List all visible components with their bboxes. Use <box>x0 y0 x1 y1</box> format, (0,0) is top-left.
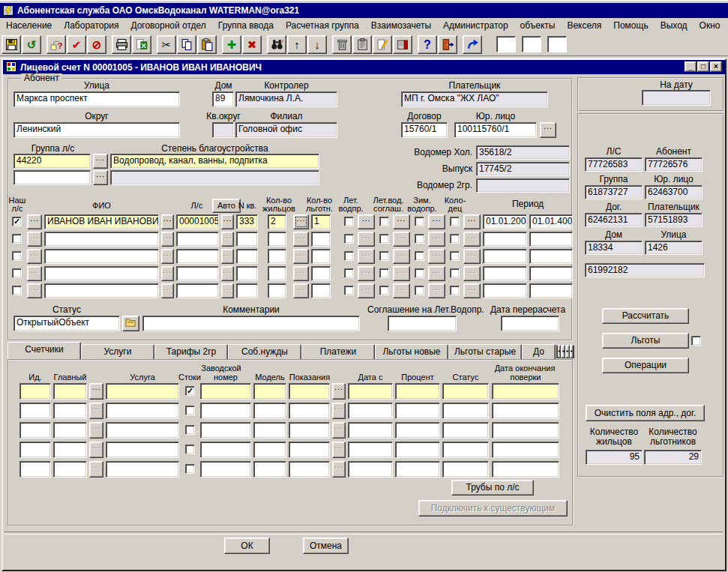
meter-model-field[interactable] <box>253 442 286 458</box>
toolbar-box-3[interactable] <box>547 36 567 52</box>
our-ls-checkbox[interactable]: ✓ <box>12 217 22 226</box>
copy-button[interactable] <box>177 35 196 54</box>
let-soglash-lookup-button[interactable]: ... <box>393 214 410 229</box>
our-ls-checkbox[interactable] <box>12 234 22 244</box>
comments-field[interactable] <box>142 316 360 331</box>
meter-number-field[interactable] <box>200 442 251 458</box>
paste-button[interactable] <box>197 35 217 54</box>
let-vodpr-checkbox[interactable] <box>344 268 354 278</box>
meter-readings-field[interactable] <box>289 383 330 400</box>
residents-field[interactable]: 2 <box>268 214 286 229</box>
meter-date-from-field[interactable] <box>348 422 393 439</box>
kolodec-checkbox[interactable] <box>450 251 460 261</box>
kolodec-lookup-button[interactable]: ... <box>463 214 481 229</box>
menu-dogovornoy-otdel[interactable]: Договорной отдел <box>124 19 211 32</box>
kolodec-checkbox[interactable] <box>450 286 460 295</box>
menu-laboratoriya[interactable]: Лаборатория <box>58 19 124 32</box>
period-from-field[interactable] <box>483 232 527 247</box>
zim-vodopr-checkbox[interactable] <box>415 251 424 261</box>
nkv-field[interactable] <box>236 283 258 298</box>
meter-model-field[interactable] <box>253 461 286 478</box>
exit-button[interactable] <box>438 35 457 54</box>
cut-button[interactable]: ✂ <box>157 35 176 54</box>
meter-status-field[interactable] <box>442 442 489 458</box>
tab-tarify-2gr[interactable]: Тарифы 2гр <box>154 344 228 359</box>
residents-field[interactable] <box>268 283 286 298</box>
recalc-date-field[interactable] <box>501 316 559 331</box>
meter-service-field[interactable] <box>106 403 179 419</box>
phonebook-button[interactable] <box>393 35 412 54</box>
tab-dogovor[interactable]: До <box>522 344 556 359</box>
meter-number-field[interactable] <box>200 403 251 419</box>
toolbar-box-2[interactable] <box>522 36 541 52</box>
meter-id-field[interactable] <box>19 442 51 458</box>
residents-field[interactable] <box>268 266 286 281</box>
tab-lgoty-starye[interactable]: Льготы старые <box>448 344 522 359</box>
meter-readings-field[interactable] <box>289 422 330 439</box>
minimize-button[interactable]: _ <box>685 61 697 72</box>
meter-check-end-field[interactable] <box>492 403 559 419</box>
period-to-field[interactable] <box>529 249 573 264</box>
menu-pomosch[interactable]: Помощь <box>607 19 654 32</box>
jur-field[interactable]: 100115760/1 <box>454 122 537 138</box>
benefits-field[interactable] <box>311 232 331 247</box>
meter-percent-field[interactable] <box>395 442 440 458</box>
our-ls-checkbox[interactable] <box>12 268 22 278</box>
nkv-field[interactable] <box>236 249 258 264</box>
maximize-button[interactable]: □ <box>697 61 709 72</box>
stoki-checkbox[interactable]: ✓ <box>185 386 195 396</box>
fio-field[interactable] <box>44 232 159 247</box>
fio-field[interactable] <box>44 283 159 298</box>
find-button[interactable]: ? <box>267 35 286 54</box>
edit-button[interactable] <box>373 35 392 54</box>
let-vodpr-checkbox[interactable] <box>344 286 354 295</box>
benefits-field[interactable] <box>311 266 331 281</box>
move-up-button[interactable]: ↑ <box>287 35 307 54</box>
group-ls-field-2[interactable] <box>13 170 91 185</box>
save-button[interactable] <box>1 35 21 54</box>
meter-number-field[interactable] <box>200 383 251 400</box>
meter-status-field[interactable] <box>442 461 489 478</box>
meter-main-field[interactable] <box>53 422 87 439</box>
meter-percent-field[interactable] <box>395 383 440 400</box>
let-vodpr-checkbox[interactable] <box>344 234 354 244</box>
meter-model-field[interactable] <box>253 422 286 439</box>
tab-scroll-last-button[interactable]: ▸ <box>570 345 574 358</box>
benefits-checkbox[interactable] <box>691 336 701 346</box>
let-vodpr-checkbox[interactable] <box>344 217 354 226</box>
ls-field[interactable] <box>176 266 219 281</box>
meter-main-field[interactable] <box>53 383 87 400</box>
export-excel-button[interactable]: X <box>132 35 151 54</box>
meter-date-from-field[interactable] <box>348 461 393 478</box>
stoki-checkbox[interactable] <box>185 445 195 454</box>
meter-check-end-field[interactable] <box>492 461 559 478</box>
period-from-field[interactable] <box>483 249 527 264</box>
tab-schetchiki[interactable]: Счетчики <box>7 342 81 359</box>
meter-readings-lookup-button[interactable]: ... <box>332 383 346 400</box>
meter-percent-field[interactable] <box>395 422 440 439</box>
fio-lookup-button[interactable]: ... <box>161 214 174 229</box>
zim-vodopr-checkbox[interactable] <box>415 268 424 278</box>
meter-check-end-field[interactable] <box>492 442 559 458</box>
operations-button[interactable]: Операции <box>602 358 689 373</box>
district-field[interactable]: Ленинский <box>13 122 180 138</box>
zim-vodopr-lookup-button[interactable]: ... <box>428 214 445 229</box>
ls-field[interactable] <box>176 232 219 247</box>
clear-address-button[interactable]: Очистить поля адр., дог. <box>586 405 705 421</box>
let-soglash-checkbox[interactable] <box>379 251 389 261</box>
let-soglash-checkbox[interactable] <box>379 286 389 295</box>
period-to-field[interactable] <box>529 266 573 281</box>
fio-field[interactable] <box>44 266 159 281</box>
meter-number-field[interactable] <box>200 461 251 478</box>
period-from-field[interactable]: 01.01.2008 <box>483 214 527 229</box>
menu-vyhod[interactable]: Выход <box>655 19 694 32</box>
meter-service-lookup-button[interactable]: ... <box>89 383 103 400</box>
query-button[interactable]: ? <box>46 35 66 54</box>
status-folder-button[interactable] <box>122 316 139 331</box>
benefits-field[interactable] <box>311 283 331 298</box>
meter-main-field[interactable] <box>53 442 87 458</box>
pipes-button[interactable]: Трубы по л/с <box>451 480 534 496</box>
benefits-field[interactable]: 1 <box>311 214 331 229</box>
enter-button[interactable] <box>463 35 482 54</box>
meter-id-field[interactable] <box>19 461 51 478</box>
